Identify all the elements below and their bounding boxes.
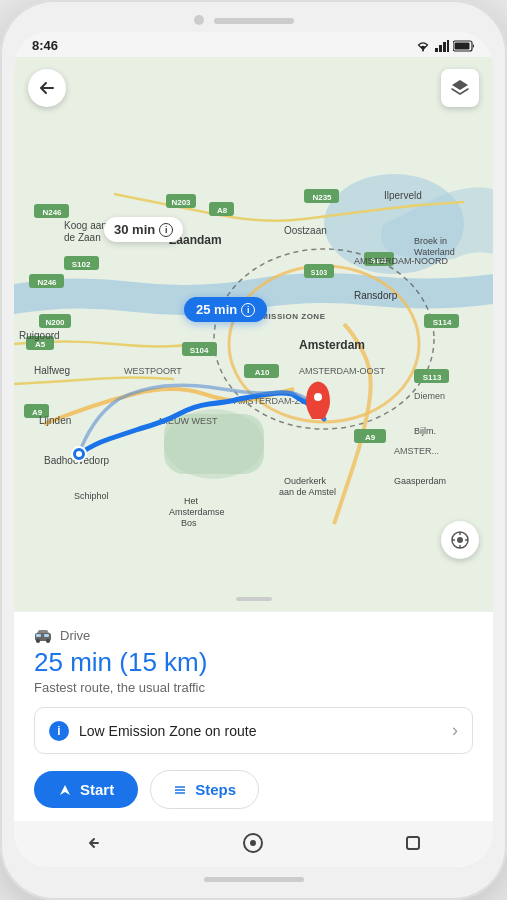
status-time: 8:46	[32, 38, 58, 53]
svg-text:Ilperveld: Ilperveld	[384, 190, 422, 201]
steps-icon	[173, 783, 187, 797]
svg-text:S104: S104	[190, 346, 209, 355]
lez-info-icon: i	[49, 721, 69, 741]
phone-device: 8:46	[0, 0, 507, 900]
svg-rect-6	[455, 42, 470, 49]
nav-recents-button[interactable]	[393, 829, 433, 857]
svg-point-94	[250, 840, 256, 846]
lez-banner[interactable]: i Low Emission Zone on route ›	[34, 707, 473, 754]
svg-text:Koog aan: Koog aan	[64, 220, 107, 231]
svg-text:N235: N235	[312, 193, 332, 202]
action-buttons: Start Steps	[34, 770, 473, 809]
nav-back-button[interactable]	[74, 829, 114, 857]
svg-rect-89	[44, 634, 49, 637]
svg-text:WESTPOORT: WESTPOORT	[124, 366, 182, 376]
svg-point-87	[46, 639, 50, 643]
svg-point-0	[422, 49, 424, 51]
svg-text:A10: A10	[255, 368, 270, 377]
drive-label: Drive	[60, 628, 90, 643]
lez-left: i Low Emission Zone on route	[49, 721, 256, 741]
car-icon	[34, 629, 52, 643]
svg-text:S103: S103	[311, 269, 327, 276]
lez-text: Low Emission Zone on route	[79, 723, 256, 739]
alt-route-info-icon: i	[159, 223, 173, 237]
svg-text:Gaasperdam: Gaasperdam	[394, 476, 446, 486]
svg-text:AMSTER...: AMSTER...	[394, 446, 439, 456]
svg-text:Diemen: Diemen	[414, 391, 445, 401]
svg-text:N246: N246	[37, 278, 57, 287]
status-bar: 8:46	[14, 32, 493, 57]
svg-text:N200: N200	[45, 318, 65, 327]
svg-text:N203: N203	[171, 198, 191, 207]
svg-point-86	[36, 639, 40, 643]
phone-bottom-bar	[14, 877, 493, 882]
svg-text:A9: A9	[365, 433, 376, 442]
svg-text:Broek in: Broek in	[414, 236, 447, 246]
main-route-badge[interactable]: 25 min i	[184, 297, 267, 322]
svg-text:Halfweg: Halfweg	[34, 365, 70, 376]
svg-rect-4	[447, 40, 449, 52]
svg-text:A5: A5	[35, 340, 46, 349]
svg-text:Bos: Bos	[181, 518, 197, 528]
svg-text:Schiphol: Schiphol	[74, 491, 109, 501]
nav-recents-icon	[406, 836, 420, 850]
nav-home-button[interactable]	[233, 829, 273, 857]
svg-rect-88	[36, 634, 41, 637]
status-icons	[415, 40, 475, 52]
wifi-icon	[415, 40, 431, 52]
svg-text:aan de Amstel: aan de Amstel	[279, 487, 336, 497]
duration-distance: 25 min (15 km)	[34, 647, 473, 678]
nav-home-icon	[242, 832, 264, 854]
location-button[interactable]	[441, 521, 479, 559]
start-button[interactable]: Start	[34, 771, 138, 808]
main-route-info-icon: i	[241, 303, 255, 317]
svg-text:de Zaan: de Zaan	[64, 232, 101, 243]
svg-text:S114: S114	[433, 318, 452, 327]
signal-icon	[435, 40, 449, 52]
main-route-time: 25 min	[196, 302, 237, 317]
svg-text:Het: Het	[184, 496, 199, 506]
svg-text:Ruigoord: Ruigoord	[19, 330, 60, 341]
back-button[interactable]	[28, 69, 66, 107]
svg-text:Ransdorp: Ransdorp	[354, 290, 398, 301]
svg-rect-2	[439, 45, 442, 52]
svg-text:AMSTERDAM-NOORD: AMSTERDAM-NOORD	[354, 256, 448, 266]
drag-handle	[236, 597, 272, 601]
svg-point-80	[457, 537, 463, 543]
steps-button[interactable]: Steps	[150, 770, 259, 809]
phone-camera	[194, 15, 204, 25]
svg-text:S102: S102	[72, 260, 91, 269]
alt-route-time: 30 min	[114, 222, 155, 237]
svg-point-78	[314, 393, 322, 401]
layers-icon	[450, 78, 470, 98]
svg-text:Lijnden: Lijnden	[39, 415, 71, 426]
layers-button[interactable]	[441, 69, 479, 107]
svg-rect-1	[435, 48, 438, 52]
svg-point-77	[76, 451, 82, 457]
phone-screen: 8:46	[14, 32, 493, 867]
alt-route-badge: 30 min i	[104, 217, 183, 242]
navigation-icon	[58, 783, 72, 797]
svg-text:Bijlm.: Bijlm.	[414, 426, 436, 436]
route-description: Fastest route, the usual traffic	[34, 680, 473, 695]
nav-bar	[14, 821, 493, 867]
svg-text:Amsterdam: Amsterdam	[299, 338, 365, 352]
phone-home-bar	[204, 877, 304, 882]
phone-speaker	[214, 18, 294, 24]
location-icon	[450, 530, 470, 550]
svg-text:A8: A8	[217, 206, 228, 215]
svg-rect-3	[443, 42, 446, 52]
bottom-panel: Drive 25 min (15 km) Fastest route, the …	[14, 611, 493, 821]
chevron-right-icon: ›	[452, 720, 458, 741]
svg-text:AMSTERDAM-OOST: AMSTERDAM-OOST	[299, 366, 386, 376]
phone-top-bar	[14, 18, 493, 24]
battery-icon	[453, 40, 475, 52]
svg-text:Amsterdamse: Amsterdamse	[169, 507, 225, 517]
svg-text:Ouderkerk: Ouderkerk	[284, 476, 327, 486]
svg-rect-95	[407, 837, 419, 849]
svg-text:N246: N246	[42, 208, 62, 217]
svg-text:S113: S113	[423, 373, 442, 382]
nav-back-icon	[86, 835, 102, 851]
map-svg: A5 N200 A9 S102 S150 S104 A10 A9	[14, 57, 493, 611]
back-arrow-icon	[38, 79, 56, 97]
